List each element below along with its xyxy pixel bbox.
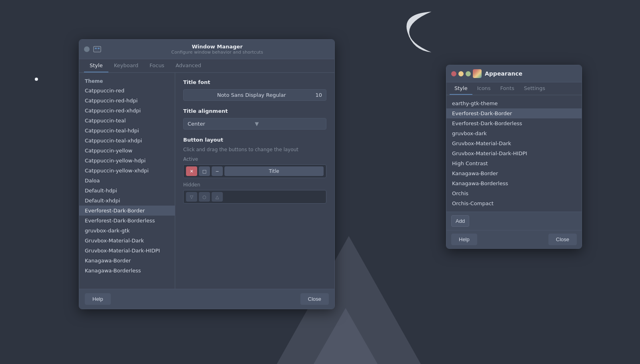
wm-theme-label: Theme — [79, 76, 175, 86]
hidden-btn-1[interactable]: ▽ — [186, 192, 197, 202]
minimize-button[interactable]: − — [212, 166, 223, 176]
wm-dialog-subtitle: Configure window behavior and shortcuts — [105, 50, 330, 55]
theme-item-11[interactable]: Default-xhdpi — [79, 196, 175, 206]
hidden-label: Hidden — [183, 182, 326, 188]
theme-item-10[interactable]: Default-hdpi — [79, 186, 175, 196]
app-tab-style[interactable]: Style — [450, 82, 472, 95]
bg-triangle-small — [314, 308, 378, 364]
appearance-dialog: Appearance Style Icons Fonts Settings ea… — [446, 65, 582, 249]
moon-decoration — [400, 8, 448, 56]
theme-item-0[interactable]: Catppuccin-red — [79, 86, 175, 96]
hidden-btn-2[interactable]: ○ — [199, 192, 210, 202]
app-tab-fonts[interactable]: Fonts — [496, 82, 519, 95]
appearance-footer: Help Close — [446, 230, 582, 248]
app-theme-7[interactable]: Kanagawa-Border — [446, 168, 582, 178]
appearance-titlebar: Appearance — [446, 65, 582, 82]
button-layout-section: Button layout Click and drag the buttons… — [183, 137, 326, 204]
alignment-dropdown[interactable]: Center ▼ — [183, 118, 326, 130]
theme-item-2[interactable]: Catppuccin-red-xhdpi — [79, 106, 175, 116]
wm-app-icon — [93, 45, 102, 54]
app-close-btn[interactable]: Close — [548, 234, 577, 245]
wm-close-traffic-light[interactable] — [84, 46, 90, 52]
app-theme-0[interactable]: earthy-gtk-theme — [446, 98, 582, 108]
close-button[interactable]: ✕ — [186, 166, 197, 176]
theme-item-4[interactable]: Catppuccin-teal-hdpi — [79, 126, 175, 136]
svg-rect-3 — [95, 50, 100, 51]
wm-titlebar: Window Manager Configure window behavior… — [79, 40, 334, 59]
app-theme-1[interactable]: Everforest-Dark-Border — [446, 108, 582, 118]
title-font-label: Title font — [183, 79, 326, 85]
title-spacer: Title — [224, 166, 324, 176]
appearance-theme-list: earthy-gtk-theme Everforest-Dark-Border … — [446, 95, 582, 212]
wm-theme-panel: Theme Catppuccin-red Catppuccin-red-hdpi… — [79, 73, 175, 289]
appearance-tab-bar: Style Icons Fonts Settings — [446, 82, 582, 95]
app-add-button[interactable]: Add — [451, 215, 469, 227]
theme-item-13[interactable]: Everforest-Dark-Borderless — [79, 216, 175, 226]
wm-titlebar-center: Window Manager Configure window behavior… — [105, 44, 330, 55]
app-theme-4[interactable]: Gruvbox-Material-Dark — [446, 138, 582, 148]
font-row[interactable]: Noto Sans Display Regular 10 — [183, 89, 326, 101]
theme-item-5[interactable]: Catppuccin-teal-xhdpi — [79, 136, 175, 146]
app-theme-6[interactable]: High Contrast — [446, 158, 582, 168]
theme-item-1[interactable]: Catppuccin-red-hdpi — [79, 96, 175, 106]
wm-help-button[interactable]: Help — [85, 293, 111, 305]
wm-dialog-content: Theme Catppuccin-red Catppuccin-red-hdpi… — [79, 73, 334, 289]
tab-advanced[interactable]: Advanced — [170, 59, 207, 72]
font-name-display: Noto Sans Display Regular — [188, 92, 315, 98]
appearance-app-icon — [473, 69, 482, 78]
theme-item-8[interactable]: Catppuccin-yellow-xhdpi — [79, 166, 175, 176]
theme-item-6[interactable]: Catppuccin-yellow — [79, 146, 175, 156]
svg-rect-0 — [94, 46, 101, 52]
theme-item-12[interactable]: Everforest-Dark-Border — [79, 206, 175, 216]
tab-style[interactable]: Style — [84, 59, 108, 72]
app-tab-settings[interactable]: Settings — [519, 82, 550, 95]
theme-item-14[interactable]: gruvbox-dark-gtk — [79, 226, 175, 236]
app-theme-10[interactable]: Orchis-Compact — [446, 198, 582, 208]
app-help-button[interactable]: Help — [451, 234, 477, 245]
app-theme-2[interactable]: Everforest-Dark-Borderless — [446, 118, 582, 128]
app-add-row: Add — [446, 212, 582, 230]
theme-item-3[interactable]: Catppuccin-teal — [79, 116, 175, 126]
theme-item-17[interactable]: Kanagawa-Border — [79, 256, 175, 266]
wm-tab-bar: Style Keyboard Focus Advanced — [79, 59, 334, 73]
app-theme-8[interactable]: Kanagawa-Borderless — [446, 178, 582, 188]
tab-keyboard[interactable]: Keyboard — [108, 59, 144, 72]
theme-item-7[interactable]: Catppuccin-yellow-hdpi — [79, 156, 175, 166]
window-manager-dialog: Window Manager Configure window behavior… — [79, 39, 335, 309]
theme-item-15[interactable]: Gruvbox-Material-Dark — [79, 236, 175, 246]
active-label: Active — [183, 156, 326, 162]
app-theme-3[interactable]: gruvbox-dark — [446, 128, 582, 138]
font-size-display: 10 — [315, 92, 322, 98]
app-theme-5[interactable]: Gruvbox-Material-Dark-HIDPI — [446, 148, 582, 158]
theme-item-16[interactable]: Gruvbox-Material-Dark-HIDPI — [79, 246, 175, 256]
alignment-row: Center ▼ — [183, 118, 326, 130]
active-button-row[interactable]: ✕ □ − Title — [183, 164, 326, 178]
button-layout-desc: Click and drag the buttons to change the… — [183, 147, 326, 152]
button-layout-label: Button layout — [183, 137, 326, 143]
hidden-btn-3[interactable]: △ — [212, 192, 223, 202]
app-close-button[interactable] — [451, 71, 456, 76]
hidden-button-row: ▽ ○ △ — [183, 190, 326, 204]
wm-settings-panel: Title font Noto Sans Display Regular 10 … — [175, 73, 334, 289]
app-minimize-button[interactable] — [458, 71, 464, 76]
wm-dialog-footer: Help Close — [79, 289, 334, 309]
app-maximize-button[interactable] — [466, 71, 471, 76]
dropdown-arrow-icon: ▼ — [255, 121, 322, 127]
svg-rect-2 — [98, 48, 100, 49]
appearance-title: Appearance — [485, 70, 522, 77]
tab-focus[interactable]: Focus — [144, 59, 170, 72]
theme-item-9[interactable]: Daloa — [79, 176, 175, 186]
app-tab-icons[interactable]: Icons — [472, 82, 496, 95]
wm-close-button[interactable]: Close — [300, 293, 329, 305]
bullet-point — [35, 78, 38, 81]
wm-dialog-title: Window Manager — [105, 44, 330, 50]
svg-rect-1 — [95, 48, 97, 49]
app-theme-9[interactable]: Orchis — [446, 188, 582, 198]
title-alignment-label: Title alignment — [183, 108, 326, 114]
theme-item-18[interactable]: Kanagawa-Borderless — [79, 266, 175, 276]
maximize-button[interactable]: □ — [199, 166, 210, 176]
alignment-value: Center — [188, 121, 255, 127]
